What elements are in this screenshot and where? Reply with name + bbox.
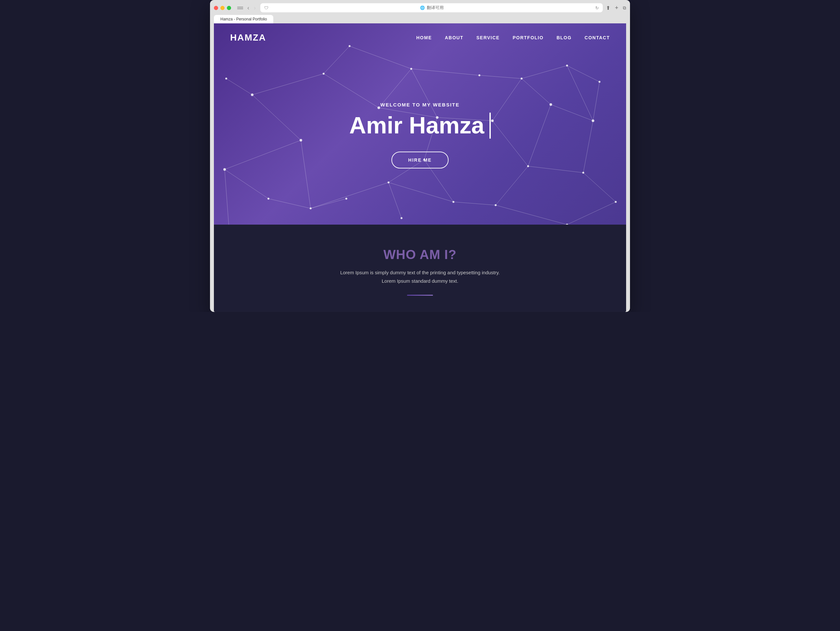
about-title-plain: WHO	[383, 247, 419, 262]
maximize-button[interactable]	[227, 6, 231, 10]
about-divider	[407, 295, 433, 296]
back-button[interactable]: ‹	[246, 5, 251, 11]
hero-content: WELCOME TO MY WEBSITE Amir Hamza HIRE ME	[214, 46, 626, 225]
refresh-icon[interactable]: ↻	[595, 6, 599, 10]
minimize-button[interactable]	[220, 6, 224, 10]
about-description: Lorem Ipsum is simply dummy text of the …	[339, 268, 501, 285]
hero-title-text: Amir Hamza	[349, 113, 484, 138]
share-button[interactable]: ⬆	[606, 5, 610, 11]
forward-button[interactable]: ›	[253, 5, 257, 11]
hero-title-cursor	[489, 113, 491, 139]
close-button[interactable]	[214, 6, 218, 10]
hero-subtitle: WELCOME TO MY WEBSITE	[381, 102, 459, 107]
nav-links: HOME ABOUT SERVICE PORTFOLIO BLOG CONTAC…	[416, 35, 610, 41]
hero-title: Amir Hamza	[349, 113, 491, 139]
site-logo[interactable]: HAMZA	[230, 32, 266, 43]
about-title: WHO AM I?	[230, 247, 610, 262]
hire-me-button[interactable]: HIRE ME	[392, 151, 448, 169]
shield-icon: 🛡	[264, 6, 268, 10]
nav-home[interactable]: HOME	[416, 35, 432, 40]
address-bar-text: 翻译可用	[427, 5, 444, 11]
about-title-accent: AM I?	[420, 247, 457, 262]
nav-contact[interactable]: CONTACT	[584, 35, 610, 40]
translate-icon: 🌐	[420, 6, 425, 10]
nav-service[interactable]: SERVICE	[477, 35, 500, 40]
sidebar-toggle[interactable]	[236, 6, 244, 10]
about-section: WHO AM I? Lorem Ipsum is simply dummy te…	[214, 225, 626, 312]
browser-tab[interactable]: Hamza - Personal Portfolio	[214, 15, 273, 24]
nav-blog[interactable]: BLOG	[557, 35, 572, 40]
nav-about[interactable]: ABOUT	[445, 35, 463, 40]
tab-label: Hamza - Personal Portfolio	[220, 17, 267, 21]
new-tab-button[interactable]: +	[615, 5, 618, 11]
nav-portfolio[interactable]: PORTFOLIO	[513, 35, 543, 40]
tabs-button[interactable]: ⧉	[623, 5, 626, 11]
